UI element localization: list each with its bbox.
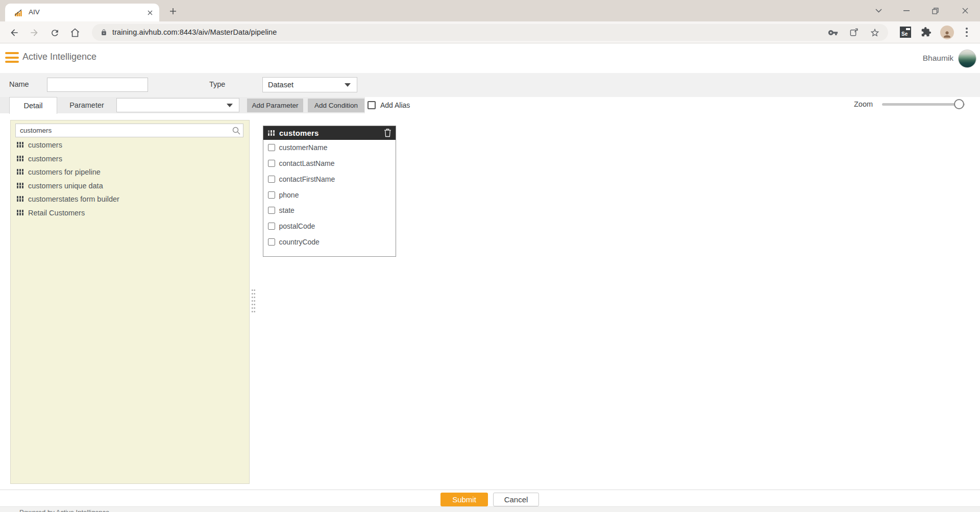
list-item-label: customerstates form builder [28,195,119,203]
zoom-slider-thumb[interactable] [954,99,964,109]
form-row: Name Type Dataset [0,73,980,97]
forward-icon[interactable] [28,26,41,39]
field-row: contactFirstName [268,174,335,184]
list-item[interactable]: Retail Customers [17,206,85,220]
dataset-card-header[interactable]: customers [263,126,396,140]
chevron-down-icon [345,83,351,87]
hamburger-icon[interactable] [5,52,19,63]
submit-button[interactable]: Submit [440,493,488,506]
cancel-button[interactable]: Cancel [493,493,539,506]
browser-window: AIV [0,0,980,512]
key-icon[interactable] [828,28,838,38]
field-checkbox[interactable] [268,207,275,214]
browser-tab[interactable]: AIV [5,4,159,21]
tab-detail-label: Detail [23,102,42,110]
field-label: contactLastName [279,159,335,167]
add-alias-label: Add Alias [380,101,410,109]
search-icon [232,127,240,135]
panel-resize-handle[interactable] [251,288,256,313]
tab-close-icon[interactable] [145,8,155,18]
table-icon [17,196,23,202]
list-item[interactable]: customers [17,152,62,165]
search-input[interactable] [15,124,243,137]
url-text[interactable]: training.aivhub.com:8443/aiv/MasterData/… [112,28,277,36]
field-label: contactFirstName [279,175,335,183]
close-icon[interactable] [958,4,973,18]
reload-icon[interactable] [48,26,61,39]
field-checkbox[interactable] [268,176,275,183]
field-checkbox[interactable] [268,160,275,167]
list-item-label: customers [28,155,62,163]
powered-by-text: Powered by Active Intelligence [19,508,109,512]
field-checkbox[interactable] [268,144,275,151]
dataset-card: customers customerName contactLastName c… [263,126,396,257]
list-item-label: Retail Customers [28,209,85,217]
field-label: phone [279,191,299,199]
table-icon [268,130,275,136]
field-label: state [279,206,295,214]
footer-divider [0,490,980,490]
tab-title: AIV [29,8,40,16]
new-tab-button[interactable] [167,6,179,17]
field-label: customerName [279,143,328,152]
browser-toolbar: training.aivhub.com:8443/aiv/MasterData/… [0,21,980,43]
field-label: countryCode [279,238,320,246]
field-row: customerName [268,142,327,153]
list-item[interactable]: customers [17,138,62,152]
footer-strip [0,506,980,512]
app-title: Active Intelligence [22,52,96,62]
type-select-value: Dataset [268,81,293,89]
list-item-label: customers for pipeline [28,168,101,176]
type-label: Type [209,80,225,88]
tab-search-chevron-icon[interactable] [871,4,886,18]
field-row: contactLastName [268,158,334,168]
avatar[interactable] [958,50,976,68]
aiv-favicon [14,9,22,17]
list-item[interactable]: customers for pipeline [17,165,101,179]
field-row: postalCode [268,221,315,231]
address-bar[interactable]: training.aivhub.com:8443/aiv/MasterData/… [92,24,888,41]
name-input[interactable] [47,78,148,92]
type-select[interactable]: Dataset [262,77,357,92]
add-condition-button[interactable]: Add Condition [308,99,364,112]
field-checkbox[interactable] [268,238,275,246]
tab-detail[interactable]: Detail [9,97,57,114]
star-icon[interactable] [870,28,880,38]
field-checkbox[interactable] [268,191,275,199]
se-extension-icon[interactable]: Se [900,27,911,38]
chevron-down-icon [227,104,233,107]
list-item-label: customers [28,141,62,149]
user-name[interactable]: Bhaumik [923,54,953,63]
restore-icon[interactable] [927,4,943,18]
list-item[interactable]: customerstates form builder [17,192,119,206]
puzzle-icon[interactable] [921,27,932,37]
dataset-list-panel: customers customers customers for pipeli… [10,120,250,484]
browser-tab-strip: AIV [0,0,980,21]
kebab-menu-icon[interactable] [965,27,969,38]
minimize-icon[interactable] [899,4,914,18]
table-icon [17,142,23,148]
table-icon [17,156,23,161]
add-alias-checkbox[interactable] [368,101,376,109]
field-label: postalCode [279,222,315,230]
table-icon [17,183,23,188]
field-row: countryCode [268,237,320,247]
parameter-select[interactable] [116,98,239,112]
share-icon[interactable] [849,28,859,37]
table-icon [17,210,23,215]
field-checkbox[interactable] [268,223,275,230]
home-icon[interactable] [68,26,82,39]
field-row: phone [268,190,299,200]
add-parameter-button[interactable]: Add Parameter [247,99,303,112]
profile-icon[interactable] [940,26,954,39]
list-item-label: customers unique data [28,182,103,190]
zoom-slider[interactable] [882,103,965,106]
table-icon [17,169,23,175]
list-item[interactable]: customers unique data [17,179,103,192]
back-icon[interactable] [8,26,21,39]
zoom-label: Zoom [854,100,873,108]
lock-icon [101,29,107,36]
trash-icon[interactable] [384,128,391,137]
tab-parameter[interactable]: Parameter [64,97,109,113]
tab-parameter-label: Parameter [69,101,104,109]
